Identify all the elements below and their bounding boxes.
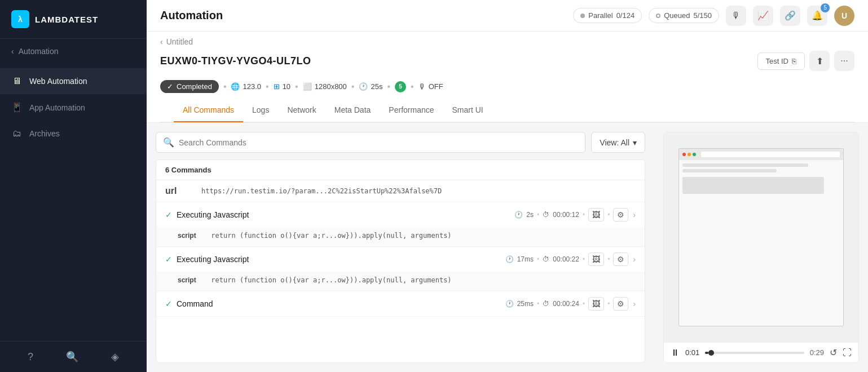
command-clock: 00:00:12 xyxy=(553,211,579,219)
page-title: Automation xyxy=(160,9,223,22)
command-row[interactable]: ✓ Command 🕐 25ms • ⏱ 00:00:24 xyxy=(156,291,645,316)
end-time: 0:29 xyxy=(810,348,824,357)
search-box[interactable]: 🔍 xyxy=(156,132,585,153)
clock-icon: ⏱ xyxy=(543,211,549,219)
search-row: 🔍 View: All ▾ xyxy=(156,132,645,153)
sep3: • xyxy=(295,82,298,92)
tab-label: Performance xyxy=(389,105,434,114)
help-icon[interactable]: ? xyxy=(28,351,33,363)
back-label: Automation xyxy=(19,47,59,56)
browser-bar xyxy=(679,149,843,160)
content-line xyxy=(682,163,808,167)
command-time: 2s xyxy=(526,211,534,219)
more-button[interactable]: ··· xyxy=(834,51,854,71)
detail-val: return (function o(){var a;r...ow})).app… xyxy=(211,232,451,240)
tab-label: Logs xyxy=(252,105,269,114)
command-right: 🕐 2s • ⏱ 00:00:12 • 🖼 • ⚙ xyxy=(514,208,636,222)
rank-badge: 5 xyxy=(395,81,406,92)
notification-badge: 5 xyxy=(821,3,830,12)
clock-icon: ⏱ xyxy=(543,255,549,263)
analytics-icon-btn[interactable]: 📈 xyxy=(753,6,773,26)
command-item: url https://run.testim.io/?param...2C%22… xyxy=(156,180,645,202)
code-btn[interactable]: ⚙ xyxy=(613,253,628,266)
search-icon[interactable]: 🔍 xyxy=(66,351,78,363)
sidebar-item-app-automation[interactable]: 📱 App Automation xyxy=(0,94,147,121)
meta-sep: • xyxy=(583,255,585,263)
content-block xyxy=(682,177,824,194)
commands-list: 6 Commands url https://run.testim.io/?pa… xyxy=(156,160,645,363)
resolution-info: ⬜ 1280x800 xyxy=(303,82,347,91)
fullscreen-icon[interactable]: ⛶ xyxy=(843,348,852,358)
tab-label: Network xyxy=(287,105,316,114)
tab-all-commands[interactable]: All Commands xyxy=(174,99,243,122)
command-name: Executing Javascript xyxy=(177,210,249,219)
command-name: Command xyxy=(177,299,213,308)
screenshot-btn[interactable]: 🖼 xyxy=(588,297,604,311)
breadcrumb-parent: Untitled xyxy=(166,37,193,46)
sep6: • xyxy=(411,82,414,92)
mic-off-icon: 🎙 xyxy=(418,82,426,91)
tab-meta-data[interactable]: Meta Data xyxy=(325,99,380,122)
view-filter-button[interactable]: View: All ▾ xyxy=(591,132,645,153)
code-btn[interactable]: ⚙ xyxy=(613,208,628,222)
command-clock: 00:00:22 xyxy=(553,255,579,263)
share-button[interactable]: ⬆ xyxy=(809,51,830,71)
parallel-label: Parallel xyxy=(588,11,613,20)
sep1: • xyxy=(223,82,227,92)
tab-logs[interactable]: Logs xyxy=(243,99,278,122)
sidebar-item-web-automation[interactable]: 🖥 Web Automation xyxy=(0,68,147,94)
sidebar-item-label: Archives xyxy=(29,129,60,138)
user-avatar[interactable]: U xyxy=(834,6,854,26)
meta-sep: • xyxy=(537,300,539,308)
progress-handle[interactable] xyxy=(708,350,714,356)
screenshot-btn[interactable]: 🖼 xyxy=(588,208,604,222)
rewind-icon[interactable]: ↺ xyxy=(830,347,837,358)
command-left: url https://run.testim.io/?param...2C%22… xyxy=(165,186,442,196)
mic-status: 🎙 OFF xyxy=(418,82,443,91)
tab-label: Meta Data xyxy=(334,105,371,114)
code-btn[interactable]: ⚙ xyxy=(613,297,628,311)
screenshot-btn[interactable]: 🖼 xyxy=(588,253,604,266)
progress-bar[interactable] xyxy=(705,352,804,354)
detail-val: return (function o(){var a;r...ow})).app… xyxy=(211,276,451,284)
test-id-label: Test ID xyxy=(766,57,788,65)
command-detail: script return (function o(){var a;r...ow… xyxy=(156,272,645,291)
command-time: 17ms xyxy=(517,255,534,263)
link-icon-btn[interactable]: 🔗 xyxy=(780,6,800,26)
test-actions: Test ID ⎘ ⬆ ··· xyxy=(757,51,854,71)
command-row[interactable]: ✓ Executing Javascript 🕐 17ms • ⏱ 00:00:… xyxy=(156,247,645,272)
queued-value: 5/150 xyxy=(693,11,712,20)
command-row[interactable]: ✓ Executing Javascript 🕐 2s • ⏱ 00:00:12 xyxy=(156,202,645,227)
resolution-value: 1280x800 xyxy=(315,82,347,91)
video-screen xyxy=(664,132,858,342)
current-time: 0:01 xyxy=(685,348,699,357)
web-automation-icon: 🖥 xyxy=(11,76,23,86)
clock-icon: 🕐 xyxy=(359,82,368,91)
command-clock: 00:00:24 xyxy=(553,300,579,308)
time-icon: 🕐 xyxy=(514,211,523,219)
command-right: 🕐 17ms • ⏱ 00:00:22 • 🖼 • ⚙ xyxy=(505,253,636,266)
notification-btn[interactable]: 🔔 5 xyxy=(807,6,827,26)
settings-icon[interactable]: ◈ xyxy=(111,351,119,363)
search-input[interactable] xyxy=(179,138,578,147)
pause-button[interactable]: ⏸ xyxy=(671,348,680,358)
sidebar-back-button[interactable]: ‹ Automation xyxy=(0,39,147,64)
duration-info: 🕐 25s xyxy=(359,82,382,91)
browser-version: 123.0 xyxy=(243,82,261,91)
mic-icon-btn[interactable]: 🎙 xyxy=(726,6,746,26)
time-icon: 🕐 xyxy=(505,300,514,308)
command-meta: 🕐 17ms • ⏱ 00:00:22 • 🖼 • ⚙ xyxy=(505,253,629,266)
sidebar-item-archives[interactable]: 🗂 Archives xyxy=(0,121,147,147)
mic-value: OFF xyxy=(429,82,443,91)
tab-smart-ui[interactable]: Smart UI xyxy=(443,99,492,122)
test-id-button[interactable]: Test ID ⎘ xyxy=(757,52,805,70)
back-chevron-icon: ‹ xyxy=(11,47,14,56)
sidebar-item-label: Web Automation xyxy=(29,77,87,86)
commands-panel: 🔍 View: All ▾ 6 Commands url xyxy=(147,123,654,372)
tab-performance[interactable]: Performance xyxy=(380,99,443,122)
time-icon: 🕐 xyxy=(505,255,514,263)
breadcrumb: ‹ Untitled xyxy=(160,37,854,46)
sep4: • xyxy=(351,82,355,92)
command-row[interactable]: url https://run.testim.io/?param...2C%22… xyxy=(156,180,645,202)
tab-network[interactable]: Network xyxy=(278,99,325,122)
